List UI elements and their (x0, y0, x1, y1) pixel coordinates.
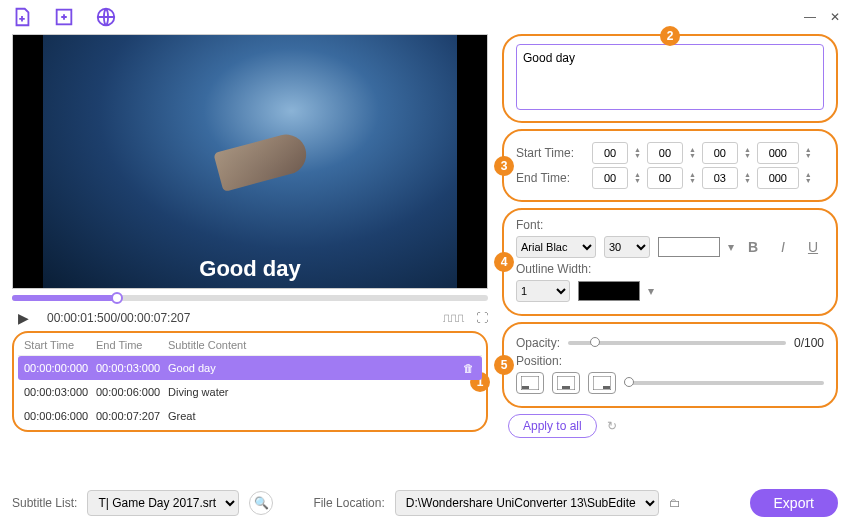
minimize-button[interactable]: — (804, 10, 816, 24)
svg-rect-5 (562, 386, 570, 389)
spinner[interactable]: ▲▼ (634, 147, 641, 159)
reset-icon[interactable]: ↻ (607, 419, 617, 433)
opacity-position-group: 5 Opacity: 0/100 Position: (502, 322, 838, 408)
file-location-select[interactable]: D:\Wondershare UniConverter 13\SubEdite (395, 490, 659, 516)
start-h[interactable] (592, 142, 628, 164)
subtitle-file-select[interactable]: T| Game Day 2017.srt (87, 490, 239, 516)
start-s[interactable] (702, 142, 738, 164)
subtitle-overlay: Good day (13, 256, 487, 282)
time-display: 00:00:01:500/00:00:07:207 (47, 311, 190, 325)
end-h[interactable] (592, 167, 628, 189)
opacity-value: 0/100 (794, 336, 824, 350)
opacity-label: Opacity: (516, 336, 560, 350)
subtitle-list-label: Subtitle List: (12, 496, 77, 510)
font-select[interactable]: Arial Blac (516, 236, 596, 258)
play-button[interactable]: ▶ (12, 309, 35, 327)
outline-color-swatch[interactable] (578, 281, 640, 301)
search-subtitle-icon[interactable]: 🔍 (249, 491, 273, 515)
delete-row-icon[interactable]: 🗑 (463, 362, 474, 374)
end-s[interactable] (702, 167, 738, 189)
spinner[interactable]: ▲▼ (689, 172, 696, 184)
seek-bar[interactable] (12, 295, 488, 301)
callout-badge-2: 2 (660, 26, 680, 46)
col-start-time: Start Time (24, 339, 96, 351)
callout-badge-4: 4 (494, 252, 514, 272)
col-end-time: End Time (96, 339, 168, 351)
spinner[interactable]: ▲▼ (634, 172, 641, 184)
font-size-select[interactable]: 30 (604, 236, 650, 258)
outline-width-select[interactable]: 1 (516, 280, 570, 302)
bold-button[interactable]: B (742, 236, 764, 258)
end-time-label: End Time: (516, 171, 586, 185)
align-center-button[interactable] (552, 372, 580, 394)
end-ms[interactable] (757, 167, 799, 189)
svg-rect-7 (603, 386, 610, 389)
apply-to-all-button[interactable]: Apply to all (508, 414, 597, 438)
spinner[interactable]: ▲▼ (744, 147, 751, 159)
font-label: Font: (516, 218, 824, 232)
export-button[interactable]: Export (750, 489, 838, 517)
subtitle-text-group: 2 Good day (502, 34, 838, 123)
video-preview[interactable]: Good day (12, 34, 488, 289)
align-left-button[interactable] (516, 372, 544, 394)
position-label: Position: (516, 354, 824, 368)
start-ms[interactable] (757, 142, 799, 164)
table-row[interactable]: 00:00:00:00000:00:03:000Good day🗑 (18, 356, 482, 380)
table-row[interactable]: 00:00:03:00000:00:06:000Diving water (18, 380, 482, 404)
spinner[interactable]: ▲▼ (805, 172, 812, 184)
table-row[interactable]: 00:00:06:00000:00:07:207Great (18, 404, 482, 428)
file-location-label: File Location: (313, 496, 384, 510)
translate-icon[interactable] (94, 5, 118, 29)
position-slider[interactable] (624, 381, 824, 385)
spinner[interactable]: ▲▼ (744, 172, 751, 184)
end-m[interactable] (647, 167, 683, 189)
subtitle-text-input[interactable]: Good day (516, 44, 824, 110)
svg-rect-3 (522, 386, 529, 389)
timing-group: 3 Start Time: ▲▼ ▲▼ ▲▼ ▲▼ End Time: ▲▼ ▲… (502, 129, 838, 202)
align-right-button[interactable] (588, 372, 616, 394)
col-content: Subtitle Content (168, 339, 476, 351)
italic-button[interactable]: I (772, 236, 794, 258)
font-group: 4 Font: Arial Blac 30 ▾ B I U Outline Wi… (502, 208, 838, 316)
close-button[interactable]: ✕ (830, 10, 840, 24)
spinner[interactable]: ▲▼ (689, 147, 696, 159)
fullscreen-icon[interactable]: ⛶ (476, 311, 488, 325)
font-color-swatch[interactable] (658, 237, 720, 257)
open-folder-icon[interactable]: 🗀 (669, 496, 681, 510)
start-m[interactable] (647, 142, 683, 164)
opacity-slider[interactable] (568, 341, 786, 345)
callout-badge-5: 5 (494, 355, 514, 375)
waveform-icon[interactable]: ⎍⎍⎍ (443, 311, 464, 325)
add-box-icon[interactable] (52, 5, 76, 29)
start-time-label: Start Time: (516, 146, 586, 160)
new-file-icon[interactable] (10, 5, 34, 29)
underline-button[interactable]: U (802, 236, 824, 258)
spinner[interactable]: ▲▼ (805, 147, 812, 159)
callout-badge-3: 3 (494, 156, 514, 176)
outline-label: Outline Width: (516, 262, 824, 276)
